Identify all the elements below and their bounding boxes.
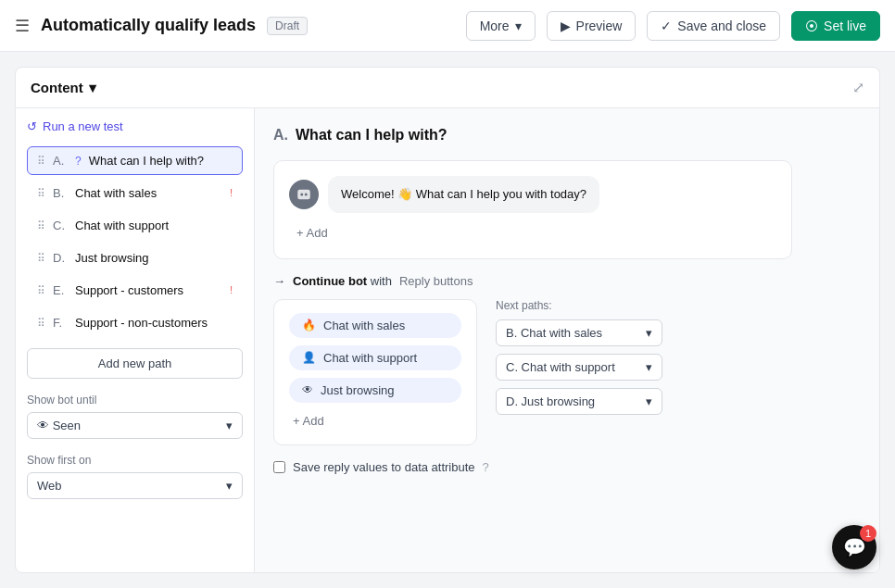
more-button[interactable]: More ▾ (466, 11, 536, 41)
step-letter: A. (273, 127, 288, 144)
bot-avatar (289, 180, 319, 209)
path-letter: A. (53, 154, 68, 168)
drag-handle: ⠿ (37, 284, 45, 297)
continue-bot-section: → Continue bot with Reply buttons 🔥 Chat… (273, 274, 792, 474)
next-paths-col: Next paths: B. Chat with sales ▾ C. Chat… (496, 299, 792, 445)
path-letter: F. (53, 316, 68, 330)
menu-icon[interactable]: ☰ (15, 16, 30, 36)
reply-type-label: Reply buttons (399, 274, 473, 288)
fab-badge: 1 (860, 525, 876, 542)
path-label: Just browsing (75, 251, 233, 265)
save-close-button[interactable]: ✓ Save and close (647, 11, 780, 41)
save-values-label: Save reply values to data attribute (293, 460, 475, 474)
next-paths-label: Next paths: (496, 299, 792, 312)
show-bot-until-label: Show bot until (27, 394, 243, 407)
add-message-button[interactable]: + Add (289, 222, 776, 244)
fullscreen-icon[interactable]: ⤢ (852, 79, 864, 96)
path-label: Chat with support (75, 219, 233, 232)
chevron-down-icon: ▾ (646, 360, 652, 374)
reply-button-item[interactable]: 👤 Chat with support (289, 345, 461, 370)
next-path-label: C. Chat with support (506, 360, 615, 374)
check-icon: ✓ (661, 19, 672, 33)
chevron-down-icon: ▾ (515, 19, 522, 33)
run-test-button[interactable]: ↺ Run a new test (27, 119, 243, 133)
reply-buttons-col: 🔥 Chat with sales 👤 Chat with support 👁 … (273, 299, 477, 445)
path-item[interactable]: ⠿ C. Chat with support (27, 211, 243, 240)
reply-btn-icon: 👤 (302, 351, 316, 364)
path-icon: ? (75, 155, 82, 168)
chevron-down-icon: ▾ (226, 419, 233, 432)
save-values-checkbox[interactable] (273, 461, 285, 473)
draft-badge: Draft (267, 17, 308, 35)
warning-icon: ! (230, 188, 233, 198)
chevron-down-icon: ▾ (646, 394, 652, 408)
play-icon: ▶ (561, 19, 571, 33)
path-label: Support - non-customers (75, 316, 233, 330)
reply-btn-label: Chat with sales (323, 319, 405, 332)
next-path-row: C. Chat with support ▾ (496, 354, 792, 381)
chat-support-fab[interactable]: 💬 1 (832, 525, 876, 569)
chevron-down-icon: ▾ (89, 80, 96, 96)
path-label: What can I help with? (89, 154, 233, 168)
svg-point-1 (300, 194, 303, 196)
drag-handle: ⠿ (37, 219, 45, 232)
step-title-text: What can I help with? (296, 127, 448, 144)
help-icon[interactable]: ? (483, 460, 489, 474)
set-live-button[interactable]: ⦿ Set live (791, 11, 880, 41)
reply-button-item[interactable]: 🔥 Chat with sales (289, 313, 461, 338)
chevron-down-icon: ▾ (646, 326, 652, 340)
refresh-icon: ↺ (27, 119, 37, 133)
arrow-icon: → (273, 274, 285, 288)
left-panel: ↺ Run a new test ⠿ A. ? What can I help … (16, 108, 255, 572)
reply-btn-label: Chat with support (323, 351, 417, 365)
right-panel: A. What can I help with? Welcome! 👋 What… (255, 108, 879, 572)
content-title[interactable]: Content ▾ (31, 80, 96, 96)
path-label: Support - customers (75, 283, 222, 297)
chat-bubble: Welcome! 👋 What can I help you with toda… (328, 176, 599, 213)
show-bot-until-select[interactable]: 👁 Seen ▾ (27, 412, 243, 439)
reply-btn-icon: 👁 (302, 383, 313, 396)
reply-btn-label: Just browsing (321, 383, 394, 397)
path-item[interactable]: ⠿ D. Just browsing (27, 244, 243, 272)
path-label: Chat with sales (75, 186, 222, 200)
chat-card: Welcome! 👋 What can I help you with toda… (273, 160, 792, 259)
path-letter: D. (53, 251, 68, 265)
chevron-down-icon: ▾ (226, 479, 233, 493)
page-title: Automatically qualify leads (41, 16, 256, 35)
next-path-row: D. Just browsing ▾ (496, 388, 792, 415)
warning-icon: ! (230, 285, 233, 295)
next-path-select[interactable]: C. Chat with support ▾ (496, 354, 662, 381)
next-path-select[interactable]: B. Chat with sales ▾ (496, 319, 662, 346)
continue-with-label: with (371, 274, 392, 288)
show-first-on-select[interactable]: Web ▾ (27, 472, 243, 499)
svg-rect-0 (297, 190, 310, 200)
path-letter: E. (53, 283, 68, 297)
continue-bot-label: Continue bot (293, 274, 367, 288)
next-path-label: D. Just browsing (506, 394, 595, 408)
next-path-select[interactable]: D. Just browsing ▾ (496, 388, 662, 415)
svg-point-2 (305, 194, 308, 196)
next-path-row: B. Chat with sales ▾ (496, 319, 792, 346)
live-icon: ⦿ (805, 19, 818, 33)
path-item[interactable]: ⠿ A. ? What can I help with? (27, 146, 243, 175)
drag-handle: ⠿ (37, 155, 45, 168)
drag-handle: ⠿ (37, 252, 45, 265)
content-header: Content ▾ ⤢ (16, 68, 879, 108)
drag-handle: ⠿ (37, 317, 45, 330)
add-reply-button[interactable]: + Add (289, 410, 461, 432)
path-item[interactable]: ⠿ E. Support - customers ! (27, 276, 243, 305)
show-first-on-label: Show first on (27, 454, 243, 467)
path-letter: B. (53, 186, 68, 200)
next-path-label: B. Chat with sales (506, 326, 602, 340)
reply-btn-icon: 🔥 (302, 319, 316, 332)
path-letter: C. (53, 219, 68, 232)
reply-button-item[interactable]: 👁 Just browsing (289, 378, 461, 403)
add-path-button[interactable]: Add new path (27, 348, 243, 379)
path-item[interactable]: ⠿ B. Chat with sales ! (27, 179, 243, 207)
preview-button[interactable]: ▶ Preview (547, 11, 637, 41)
eye-icon: 👁 (37, 419, 53, 432)
drag-handle: ⠿ (37, 187, 45, 200)
path-item[interactable]: ⠿ F. Support - non-customers (27, 308, 243, 337)
save-values-row: Save reply values to data attribute ? (273, 460, 792, 474)
